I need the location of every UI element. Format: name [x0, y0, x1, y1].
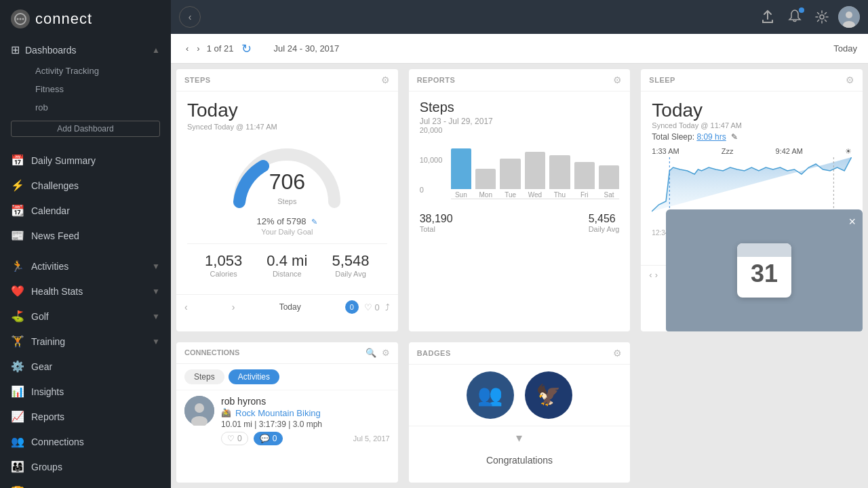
sidebar-item-challenges[interactable]: ⚡ Challenges [0, 173, 171, 198]
connections-tab-steps[interactable]: Steps [184, 369, 224, 384]
steps-goal-info: 12% of 5798 ✎ Your Daily Goal [187, 216, 387, 237]
daily-avg-metric: 5,548 Daily Avg [332, 252, 369, 278]
bar-rect-thu [549, 155, 570, 189]
sidebar-item-label-daily-summary: Daily Summary [31, 155, 96, 166]
upload-icon[interactable] [757, 6, 778, 28]
connections-tabs: Steps Activities [176, 364, 398, 390]
dashboards-label: Dashboards [25, 45, 77, 56]
notifications-icon[interactable] [784, 6, 806, 28]
sleep-zzz-icon: Zzz [722, 147, 734, 156]
training-chevron-icon: ▼ [152, 337, 160, 346]
steps-like-button[interactable]: ♡ 0 [364, 302, 380, 312]
reports-card: REPORTS ⚙ Steps Jul 23 - Jul 29, 2017 20… [409, 69, 631, 331]
svg-point-11 [195, 403, 204, 413]
steps-prev-button[interactable]: ‹ [184, 302, 188, 312]
gear-sidebar-icon: ⚙️ [11, 360, 24, 373]
popup-close-button[interactable]: × [848, 215, 856, 229]
add-dashboard-button[interactable]: Add Dashboard [11, 121, 160, 137]
steps-share-button[interactable]: ⤴ [385, 302, 390, 312]
steps-synced-label: Synced Today @ 11:47 AM [187, 123, 387, 131]
steps-goal-label: Your Daily Goal [261, 228, 313, 236]
sidebar-item-activities[interactable]: 🏃 Activities ▼ [0, 253, 171, 279]
calendar-icon: 📆 [11, 204, 24, 217]
steps-today-button[interactable]: Today [279, 302, 301, 312]
steps-next-button[interactable]: › [232, 302, 235, 312]
sidebar-item-reports[interactable]: 📈 Reports [0, 404, 171, 429]
sidebar-item-calendar[interactable]: 📆 Calendar [0, 198, 171, 223]
sleep-gear-icon[interactable]: ⚙ [846, 75, 854, 85]
connections-section-label: CONNECTIONS [184, 348, 239, 357]
popup-calendar: 31 [737, 243, 791, 298]
sidebar-item-label-insights: Insights [31, 386, 64, 397]
bar-label-sat: Sat [604, 191, 614, 199]
sleep-prev-button[interactable]: ‹ [649, 270, 652, 280]
back-button[interactable]: ‹ [179, 6, 201, 28]
sync-icon[interactable]: ↻ [241, 41, 252, 56]
sidebar-item-health-stats[interactable]: ❤️ Health Stats ▼ [0, 279, 171, 304]
sidebar-item-golf[interactable]: ⛳ Golf ▼ [0, 304, 171, 329]
popup-calendar-day: 31 [751, 260, 778, 288]
sleep-total-value: 8:09 hrs [696, 132, 726, 142]
connection-item-rob: rob hyrons 🚵 Rock Mountain Biking 10.01 … [176, 390, 398, 451]
training-icon: 🏋️ [11, 335, 24, 348]
comment-button[interactable]: 💬 0 [254, 432, 283, 445]
sidebar-item-trophy-case[interactable]: 🏆 Trophy Case [0, 479, 171, 488]
activity-name[interactable]: Rock Mountain Biking [235, 408, 321, 418]
sidebar-item-groups[interactable]: 👨‍👩‍👧 Groups [0, 454, 171, 479]
dashboard-item-rob[interactable]: rob [24, 98, 171, 117]
connections-search-button[interactable]: 🔍 [366, 348, 376, 358]
badges-gear-icon[interactable]: ⚙ [613, 348, 622, 359]
sidebar-item-connections[interactable]: 👥 Connections [0, 429, 171, 454]
badge-item-1: 👥 [467, 371, 514, 419]
steps-footer-icons: 0 ♡ 0 ⤴ [345, 300, 390, 314]
connections-header-icons: 🔍 ⚙ [366, 348, 390, 358]
badges-card-expand[interactable]: ▾ [409, 426, 631, 449]
bar-label-thu: Thu [554, 191, 566, 199]
sidebar-item-gear[interactable]: ⚙️ Gear [0, 354, 171, 379]
sidebar-item-training[interactable]: 🏋️ Training ▼ [0, 329, 171, 354]
sidebar-item-label-reports: Reports [31, 411, 64, 422]
prev-page-button[interactable]: ‹ [182, 41, 193, 56]
bar-sun: Sun [451, 148, 471, 199]
connections-tab-activities[interactable]: Activities [229, 369, 279, 384]
badges-card-header: BADGES ⚙ [409, 342, 631, 365]
sidebar-item-news-feed[interactable]: 📰 News Feed [0, 223, 171, 248]
steps-gear-icon[interactable]: ⚙ [381, 75, 390, 85]
sleep-edit-icon[interactable]: ✎ [731, 132, 738, 142]
dashboard-icon: ⊞ [11, 43, 20, 56]
challenges-icon: ⚡ [11, 179, 24, 192]
dashboard-item-activity[interactable]: Activity Tracking [24, 62, 171, 80]
calories-label: Calories [205, 270, 242, 278]
badges-section-label: BADGES [417, 349, 451, 357]
connection-info-rob: rob hyrons 🚵 Rock Mountain Biking 10.01 … [221, 396, 390, 445]
daily-avg-value: 5,548 [332, 252, 369, 270]
activity-type-icon: 🚵 [221, 408, 231, 418]
steps-card-body: Today Synced Today @ 11:47 AM 706 Steps [176, 92, 398, 294]
edit-goal-icon[interactable]: ✎ [311, 218, 317, 226]
bar-rect-wed [525, 152, 545, 189]
dashboard-item-fitness[interactable]: Fitness [24, 80, 171, 98]
sleep-total: Total Sleep: 8:09 hrs ✎ [652, 132, 852, 142]
reports-gear-icon[interactable]: ⚙ [613, 75, 622, 85]
steps-like-count: 0 [374, 302, 379, 312]
sidebar-item-daily-summary[interactable]: 📅 Daily Summary [0, 148, 171, 173]
like-button[interactable]: ♡ 0 [221, 432, 248, 445]
reports-title: Steps [420, 100, 620, 115]
sidebar-item-label-activities: Activities [31, 261, 68, 272]
bar-rect-fri [574, 162, 595, 189]
steps-gauge-value: 706 Steps [269, 169, 305, 207]
page-indicator: 1 of 21 [207, 43, 234, 54]
sleep-start-time: 1:33 AM [652, 147, 679, 156]
sidebar-item-label-connections: Connections [31, 436, 84, 447]
connections-gear-button[interactable]: ⚙ [382, 348, 390, 358]
connections-icon: 👥 [11, 435, 24, 448]
sleep-next-button[interactable]: › [655, 270, 658, 280]
sidebar-item-label-calendar: Calendar [31, 205, 70, 216]
dashboards-section[interactable]: ⊞ Dashboards ▲ [0, 38, 171, 62]
next-page-button[interactable]: › [193, 41, 203, 56]
svg-point-2 [20, 18, 22, 20]
sidebar-item-insights[interactable]: 📊 Insights [0, 379, 171, 404]
settings-icon[interactable] [811, 6, 833, 28]
sleep-card-header: SLEEP ⚙ [641, 69, 863, 92]
user-avatar[interactable] [838, 6, 860, 28]
